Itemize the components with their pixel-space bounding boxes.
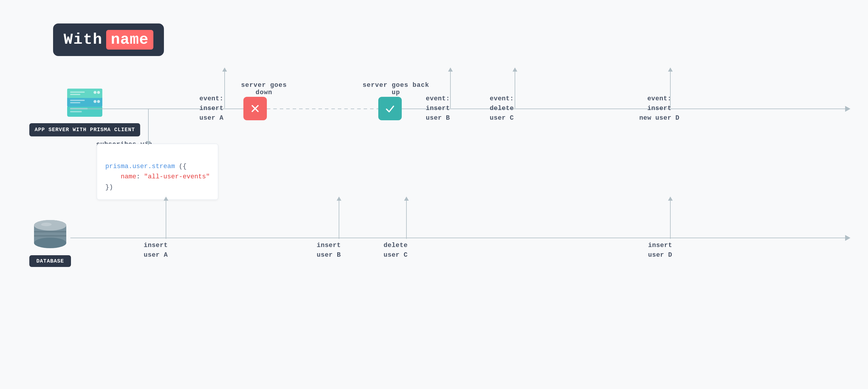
svg-rect-5: [70, 100, 85, 101]
db-timeline: [70, 237, 850, 239]
svg-point-7: [94, 91, 96, 94]
code-box: prisma.user.stream ({ name: "all-user-ev…: [97, 144, 218, 200]
app-event-delete-c: event:deleteuser C: [490, 94, 514, 123]
db-event-insert-d: insertuser D: [648, 241, 672, 260]
app-timeline: [70, 108, 850, 110]
svg-rect-2: [67, 89, 102, 98]
svg-rect-12: [70, 111, 82, 112]
code-key: name: [121, 173, 136, 180]
svg-rect-18: [34, 235, 66, 236]
database-icon: [31, 217, 69, 252]
app-event-insert-a: event:insertuser A: [199, 94, 223, 123]
svg-rect-1: [67, 97, 102, 107]
server-down-icon: [243, 97, 267, 120]
logo-badge: With name: [53, 24, 164, 56]
db-event-delete-c: deleteuser C: [383, 241, 408, 260]
svg-rect-3: [70, 92, 85, 93]
svg-point-19: [41, 223, 52, 226]
server-icon: [66, 85, 104, 120]
db-arrow-insert-a: [164, 197, 168, 239]
database-label: DATABASE: [29, 255, 71, 267]
logo-with-text: With: [64, 31, 103, 49]
app-event-insert-b: event:insertuser B: [426, 94, 450, 123]
svg-rect-17: [34, 231, 66, 232]
svg-point-15: [34, 238, 66, 248]
database-container: DATABASE: [29, 217, 71, 267]
db-arrow-insert-b: [337, 197, 341, 239]
svg-point-8: [97, 91, 100, 94]
svg-rect-6: [70, 102, 80, 103]
code-value: "all-user-events": [144, 173, 210, 180]
server-down-label: server goes down: [232, 82, 296, 96]
server-up-icon: [378, 97, 402, 120]
db-arrow-delete-c: [404, 197, 409, 239]
db-event-insert-a: insertuser A: [144, 241, 168, 260]
app-server-container: APP SERVER WITH PRISMA CLIENT: [29, 85, 140, 137]
svg-rect-4: [70, 94, 80, 95]
code-function: prisma.user.stream: [105, 163, 175, 170]
subscribe-arrow: [146, 109, 151, 145]
logo-name-text: name: [106, 30, 153, 50]
server-label: APP SERVER WITH PRISMA CLIENT: [29, 123, 140, 137]
server-up-label: server goes back up: [358, 82, 434, 96]
svg-point-9: [94, 100, 96, 103]
app-event-insert-d: event:insertnew user D: [639, 94, 679, 123]
db-arrow-insert-d: [668, 197, 673, 239]
svg-point-10: [97, 100, 100, 103]
db-event-insert-b: insertuser B: [317, 241, 341, 260]
